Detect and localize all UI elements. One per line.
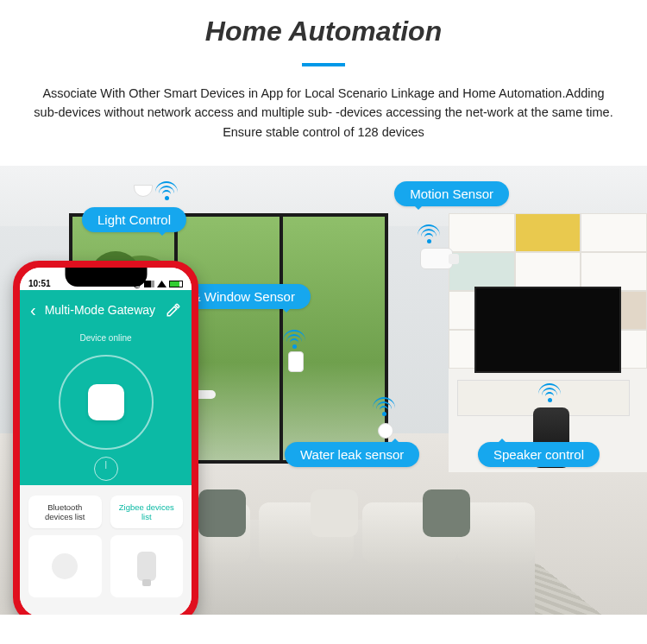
title-divider [302, 63, 345, 66]
device-card[interactable] [28, 535, 102, 597]
room-scene: Light Control Motion Sensor Door & Windo… [0, 166, 647, 615]
edit-icon[interactable] [166, 302, 181, 318]
back-icon[interactable]: ‹ [30, 300, 36, 320]
motion-camera [420, 248, 453, 269]
tab-bluetooth-devices[interactable]: Bluetooth devices list [28, 496, 102, 528]
device-tabs: Bluetooth devices list Zigbee devices li… [20, 485, 192, 535]
signal-icon [144, 281, 154, 287]
battery-icon [169, 281, 183, 287]
tab-zigbee-devices[interactable]: Zigbee devices list [110, 496, 184, 528]
door-sensor-device [288, 351, 304, 372]
device-ring[interactable] [59, 355, 154, 450]
device-card[interactable] [110, 535, 184, 597]
wifi-icon [283, 330, 307, 349]
gateway-hub-icon [88, 384, 124, 420]
status-time: 10:51 [28, 279, 51, 288]
phone-notch [65, 268, 147, 287]
header: Home Automation Associate With Other Sma… [0, 0, 647, 157]
wifi-icon [373, 397, 397, 416]
power-icon[interactable] [94, 457, 118, 481]
page-description: Associate With Other Smart Devices in Ap… [30, 84, 617, 142]
device-hero: Device online [20, 330, 192, 485]
device-status: Device online [20, 330, 192, 343]
television [474, 287, 621, 373]
app-bar: ‹ Multi-Mode Gateway [20, 290, 192, 330]
callout-light-control: Light Control [82, 207, 186, 232]
device-list [20, 535, 192, 615]
wifi-icon [538, 383, 562, 402]
callout-water-leak-sensor: Water leak sensor [285, 442, 419, 467]
app-title: Multi-Mode Gateway [45, 303, 155, 317]
callout-motion-sensor: Motion Sensor [394, 181, 509, 206]
wifi-status-icon [157, 281, 166, 287]
wifi-icon [418, 224, 442, 243]
sensor-pir-icon [137, 552, 156, 581]
wifi-icon [155, 181, 179, 200]
phone-mockup: 10:51 @ ‹ Multi-Mode Gateway Device onli… [13, 261, 198, 615]
callout-speaker-control: Speaker control [478, 442, 600, 467]
sensor-round-icon [52, 553, 78, 579]
page-title: Home Automation [26, 16, 621, 47]
